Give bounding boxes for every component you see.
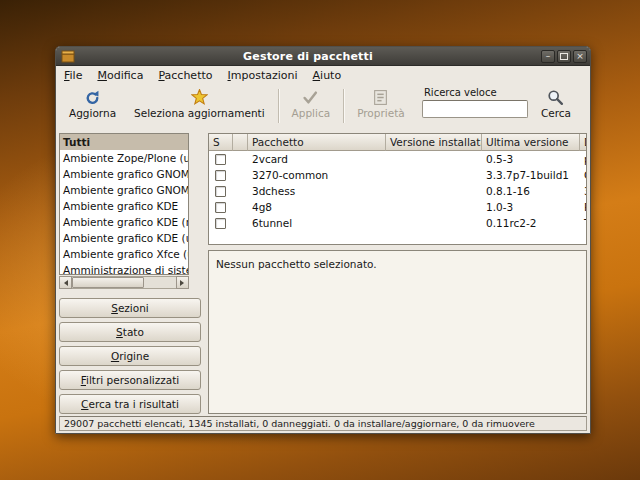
maximize-button[interactable] <box>557 50 571 63</box>
desktop-background: Gestore di pacchetti – × File Modifica P… <box>0 0 640 480</box>
apply-button[interactable]: Applica <box>287 87 336 120</box>
menu-modifica[interactable]: Modifica <box>97 69 143 82</box>
category-item-selected[interactable]: Tutti <box>60 134 188 150</box>
search-icon <box>541 88 571 107</box>
latest-version: 1.0-3 <box>482 201 580 213</box>
table-row[interactable]: 4g8 1.0-3 Pac <box>209 199 586 215</box>
toolbar: Aggiorna Seleziona aggiornamenti Applica <box>56 85 590 130</box>
table-row[interactable]: 3dchess 0.8.1-16 3D <box>209 183 586 199</box>
category-list-hscrollbar[interactable] <box>59 276 189 289</box>
status-button[interactable]: Stato <box>59 322 201 342</box>
origin-button[interactable]: Origine <box>59 346 201 366</box>
category-item[interactable]: Ambiente grafico GNOME <box>60 166 188 182</box>
window-icon <box>61 50 75 63</box>
table-row[interactable]: 6tunnel 0.11rc2-2 TCP <box>209 215 586 231</box>
refresh-icon <box>69 88 116 107</box>
main-area: Tutti Ambiente Zope/Plone (univ Ambiente… <box>56 130 590 414</box>
table-header-row: S Pacchetto Versione installata Ultima v… <box>209 134 586 151</box>
filter-buttons: Sezioni Stato Origine Filtri personalizz… <box>59 298 201 414</box>
row-status-cell <box>209 218 233 229</box>
refresh-button[interactable]: Aggiorna <box>64 87 121 120</box>
package-name: 6tunnel <box>248 217 386 229</box>
package-description: 3D <box>580 185 587 197</box>
menu-file[interactable]: File <box>64 69 82 82</box>
sections-button[interactable]: Sezioni <box>59 298 201 318</box>
window-title: Gestore di pacchetti <box>77 50 539 63</box>
menu-aiuto[interactable]: Aiuto <box>313 69 342 82</box>
package-description: Pac <box>580 201 587 213</box>
minimize-button[interactable]: – <box>541 50 555 63</box>
header-description[interactable]: Des <box>580 134 587 151</box>
package-name: 4g8 <box>248 201 386 213</box>
package-description: perl <box>580 153 587 165</box>
package-checkbox[interactable] <box>215 218 226 229</box>
header-icon[interactable] <box>233 134 248 151</box>
category-item[interactable]: Ambiente grafico GNOME ( <box>60 182 188 198</box>
package-name: 3dchess <box>248 185 386 197</box>
row-status-cell <box>209 186 233 197</box>
quick-search-group: Ricerca veloce <box>422 87 528 118</box>
package-panel: S Pacchetto Versione installata Ultima v… <box>208 133 587 414</box>
toolbar-separator <box>343 89 344 123</box>
package-name: 3270-common <box>248 169 386 181</box>
titlebar[interactable]: Gestore di pacchetti – × <box>56 47 590 66</box>
close-button[interactable]: × <box>573 50 587 63</box>
properties-icon <box>357 88 405 107</box>
row-status-cell <box>209 154 233 165</box>
category-item[interactable]: Amministrazione di sistem <box>60 262 188 275</box>
search-button-label: Cerca <box>541 107 571 119</box>
synaptic-window: Gestore di pacchetti – × File Modifica P… <box>55 46 591 434</box>
package-description: TCP <box>580 217 587 229</box>
statusbar: 29007 pacchetti elencati, 1345 installat… <box>56 414 590 433</box>
package-checkbox[interactable] <box>215 202 226 213</box>
status-text: 29007 pacchetti elencati, 1345 installat… <box>59 416 587 431</box>
header-status[interactable]: S <box>209 134 233 151</box>
menu-impostazioni[interactable]: Impostazioni <box>228 69 298 82</box>
latest-version: 0.5-3 <box>482 153 580 165</box>
custom-filters-button[interactable]: Filtri personalizzati <box>59 370 201 390</box>
scroll-left-button[interactable] <box>59 276 72 289</box>
latest-version: 0.11rc2-2 <box>482 217 580 229</box>
latest-version: 3.3.7p7-1build1 <box>482 169 580 181</box>
category-item[interactable]: Ambiente grafico KDE <box>60 198 188 214</box>
category-item[interactable]: Ambiente grafico KDE (uni <box>60 230 188 246</box>
scroll-right-button[interactable] <box>176 276 189 289</box>
mark-upgrades-icon <box>134 88 265 107</box>
arrow-right-icon <box>180 280 187 286</box>
quick-search-label: Ricerca veloce <box>424 87 497 98</box>
properties-label: Proprietà <box>357 107 405 119</box>
header-package[interactable]: Pacchetto <box>248 134 386 151</box>
package-checkbox[interactable] <box>215 154 226 165</box>
package-name: 2vcard <box>248 153 386 165</box>
package-table: S Pacchetto Versione installata Ultima v… <box>208 133 587 245</box>
search-button[interactable]: Cerca <box>536 87 576 120</box>
toolbar-separator <box>278 89 279 123</box>
category-item[interactable]: Ambiente grafico KDE (mu <box>60 214 188 230</box>
table-row[interactable]: 3270-common 3.3.7p7-1build1 Com <box>209 167 586 183</box>
package-checkbox[interactable] <box>215 186 226 197</box>
maximize-icon <box>560 53 568 60</box>
arrow-left-icon <box>61 280 68 286</box>
category-list: Tutti Ambiente Zope/Plone (univ Ambiente… <box>59 133 189 275</box>
sidebar: Tutti Ambiente Zope/Plone (univ Ambiente… <box>59 133 201 414</box>
row-status-cell <box>209 170 233 181</box>
scrollbar-track[interactable] <box>72 276 176 289</box>
category-item[interactable]: Ambiente grafico Xfce (uni <box>60 246 188 262</box>
apply-icon <box>292 88 331 107</box>
no-selection-text: Nessun pacchetto selezionato. <box>216 258 377 270</box>
table-row[interactable]: 2vcard 0.5-3 perl <box>209 151 586 167</box>
category-item[interactable]: Ambiente Zope/Plone (univ <box>60 150 188 166</box>
header-latest[interactable]: Ultima versione <box>482 134 580 151</box>
search-results-button[interactable]: Cerca tra i risultati <box>59 394 201 414</box>
apply-label: Applica <box>292 107 331 119</box>
scrollbar-thumb[interactable] <box>72 277 144 288</box>
header-installed[interactable]: Versione installata <box>386 134 482 151</box>
menu-pacchetto[interactable]: Pacchetto <box>158 69 212 82</box>
refresh-label: Aggiorna <box>69 107 116 119</box>
search-input[interactable] <box>422 100 528 118</box>
package-description: Com <box>580 169 587 181</box>
row-status-cell <box>209 202 233 213</box>
properties-button[interactable]: Proprietà <box>352 87 410 120</box>
package-checkbox[interactable] <box>215 170 226 181</box>
mark-upgrades-button[interactable]: Seleziona aggiornamenti <box>129 87 270 120</box>
